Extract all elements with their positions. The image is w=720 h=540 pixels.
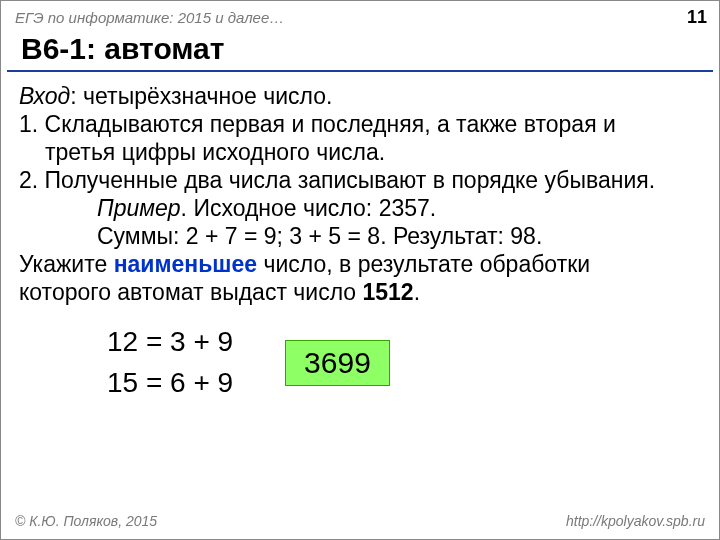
task-tail: которого автомат выдаст число bbox=[19, 279, 363, 305]
task-line-b: которого автомат выдаст число 1512. bbox=[19, 278, 701, 306]
page-number: 11 bbox=[687, 7, 707, 28]
example-line: Пример. Исходное число: 2357. bbox=[19, 194, 701, 222]
task-mid: число, в результате обработки bbox=[257, 251, 590, 277]
sums-line: Суммы: 2 + 7 = 9; 3 + 5 = 8. Результат: … bbox=[19, 222, 701, 250]
equations: 12 = 3 + 9 15 = 6 + 9 bbox=[107, 322, 233, 403]
work-area: 12 = 3 + 9 15 = 6 + 9 3699 bbox=[19, 322, 701, 403]
slide-title: B6-1: автомат bbox=[7, 30, 713, 72]
slide-body: Вход: четырёхзначное число. 1. Складываю… bbox=[1, 80, 719, 404]
header-bar: ЕГЭ по информатике: 2015 и далее… 11 bbox=[1, 1, 719, 30]
copyright: © К.Ю. Поляков, 2015 bbox=[15, 513, 157, 529]
task-line-a: Укажите наименьшее число, в результате о… bbox=[19, 250, 701, 278]
task-prefix: Укажите bbox=[19, 251, 114, 277]
input-line: Вход: четырёхзначное число. bbox=[19, 82, 701, 110]
input-label: Вход bbox=[19, 83, 70, 109]
equation-1: 12 = 3 + 9 bbox=[107, 322, 233, 363]
task-highlight: наименьшее bbox=[114, 251, 257, 277]
breadcrumb: ЕГЭ по информатике: 2015 и далее… bbox=[15, 9, 284, 26]
input-text: : четырёхзначное число. bbox=[70, 83, 332, 109]
footer-url: http://kpolyakov.spb.ru bbox=[566, 513, 705, 529]
step2-line: 2. Полученные два числа записывают в пор… bbox=[19, 166, 701, 194]
answer-box: 3699 bbox=[285, 340, 390, 387]
step1-line-b: третья цифры исходного числа. bbox=[19, 138, 701, 166]
example-label: Пример bbox=[97, 195, 181, 221]
task-number: 1512 bbox=[363, 279, 414, 305]
slide: ЕГЭ по информатике: 2015 и далее… 11 B6-… bbox=[0, 0, 720, 540]
equation-2: 15 = 6 + 9 bbox=[107, 363, 233, 404]
example-text: . Исходное число: 2357. bbox=[181, 195, 437, 221]
step1-line-a: 1. Складываются первая и последняя, а та… bbox=[19, 110, 701, 138]
task-end: . bbox=[414, 279, 420, 305]
footer: © К.Ю. Поляков, 2015 http://kpolyakov.sp… bbox=[15, 513, 705, 529]
